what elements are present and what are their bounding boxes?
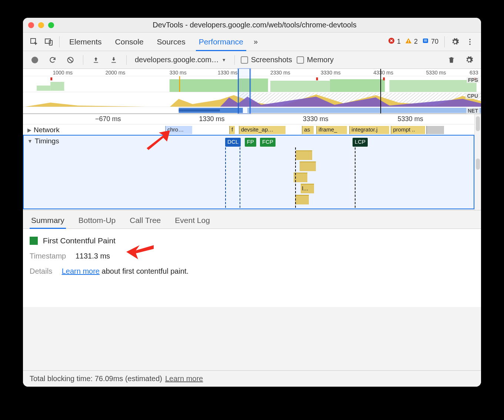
reload-record-button[interactable] [46,53,59,67]
window-title: DevTools - developers.google.com/web/too… [54,21,455,29]
overview-cpu-row: CPU [23,92,481,107]
summary-title: First Contentful Paint [43,236,116,245]
clear-button[interactable] [64,53,77,67]
overview-fps-row: FPS [23,76,481,92]
overview-ruler: 1000 ms 2000 ms 330 ms 1330 ms 2330 ms 3… [23,69,481,76]
footer-status: Total blocking time: 76.09ms (estimated)… [23,370,481,387]
cpu-label: CPU [465,93,480,99]
tabs-overflow-button[interactable]: » [251,37,261,46]
footer-learn-more-link[interactable]: Learn more [165,374,203,383]
svg-rect-22 [383,77,385,80]
screenshots-label: Screenshots [251,56,292,64]
timing-vline [240,147,240,208]
info-icon [422,37,429,46]
track-network-label: ▶ Network [27,126,60,134]
tab-performance[interactable]: Performance [193,33,249,51]
svg-rect-21 [316,77,318,80]
timing-marker-lcp[interactable]: LCP [353,138,368,147]
summary-details-row: Details Learn more about first contentfu… [30,267,474,276]
fps-label: FPS [467,77,480,83]
svg-rect-5 [408,42,409,43]
zoom-window-button[interactable] [48,22,54,28]
learn-more-link[interactable]: Learn more [62,267,100,275]
settings-gear-icon[interactable] [448,35,462,49]
device-toggle-icon[interactable] [42,35,56,49]
timestamp-value: 1131.3 ms [76,252,110,260]
svg-rect-19 [390,80,477,92]
tab-elements[interactable]: Elements [63,33,108,51]
timestamp-key: Timestamp [30,252,66,260]
load-profile-button[interactable] [89,53,103,67]
net-label: NET [466,108,480,114]
traffic-lights [28,22,54,28]
capture-settings-gear-icon[interactable] [463,53,476,67]
page-context-label: developers.google.com… [135,56,219,64]
warning-count: 2 [414,38,418,46]
memory-checkbox[interactable]: Memory [297,56,334,64]
overview-net-row: NET [23,107,481,113]
record-button[interactable] [28,53,41,67]
memory-label: Memory [307,56,334,64]
info-count: 70 [431,38,438,46]
long-task[interactable] [296,150,312,160]
network-segment[interactable] [426,126,444,134]
summary-panel: First Contentful Paint Timestamp 1131.3 … [23,229,481,307]
warning-icon [405,37,412,46]
annotation-arrow-1-icon [145,130,171,152]
svg-rect-7 [424,40,427,40]
tab-bottom-up[interactable]: Bottom-Up [77,216,117,229]
svg-rect-28 [247,108,481,113]
kebab-menu-icon[interactable] [463,35,477,49]
timeline-overview[interactable]: 1000 ms 2000 ms 330 ms 1330 ms 2330 ms 3… [23,69,481,114]
total-blocking-time: Total blocking time: 76.09ms (estimated) [30,374,162,383]
long-task[interactable] [295,195,309,204]
track-network[interactable]: ▶ Network chro…fdevsite_ap…asiframe_inte… [23,124,474,136]
network-segment[interactable]: as [302,126,314,134]
timing-marker-fcp[interactable]: FCP [260,138,276,147]
page-context-select[interactable]: developers.google.com… ▼ [133,56,228,64]
tab-event-log[interactable]: Event Log [173,216,211,229]
network-segment[interactable]: f [229,126,235,134]
details-key: Details [30,267,52,275]
minimize-window-button[interactable] [38,22,44,28]
dropdown-triangle-icon: ▼ [222,57,226,63]
long-task[interactable] [300,161,316,171]
devtools-main-tabs: Elements Console Sources Performance » 1… [23,33,481,51]
annotation-arrow-2-icon [125,242,154,263]
trash-button[interactable] [445,53,458,67]
close-window-button[interactable] [28,22,34,28]
inspect-element-icon[interactable] [27,35,41,49]
network-segment[interactable]: iframe_ [316,126,347,134]
flamechart-scrollbar[interactable] [474,114,481,210]
save-profile-button[interactable] [107,53,120,67]
flamechart-panel[interactable]: −670 ms 1330 ms 3330 ms 5330 ms ▶ Networ… [23,114,481,210]
svg-rect-4 [408,40,409,41]
long-task[interactable]: l… [301,184,314,193]
tab-console[interactable]: Console [109,33,150,51]
legend-swatch-icon [30,237,38,245]
timing-vline [295,147,296,208]
summary-title-row: First Contentful Paint [30,236,474,245]
tab-sources[interactable]: Sources [151,33,191,51]
window-titlebar: DevTools - developers.google.com/web/too… [23,18,481,33]
svg-point-11 [469,43,471,45]
summary-timestamp-row: Timestamp 1131.3 ms [30,252,474,260]
network-segment[interactable]: prompt .. [391,126,425,134]
timing-vline [225,147,226,208]
svg-rect-8 [424,41,427,41]
tab-call-tree[interactable]: Call Tree [128,216,162,229]
tab-summary[interactable]: Summary [30,216,66,229]
devtools-window: DevTools - developers.google.com/web/too… [23,18,481,387]
svg-rect-13 [37,86,50,91]
timing-marker-fp[interactable]: FP [245,138,256,147]
track-timings[interactable]: ▼ Timings DCLFPFCPLCP l… [23,136,474,210]
svg-rect-20 [50,77,52,80]
network-segment[interactable]: devsite_ap… [239,126,286,134]
svg-rect-18 [330,79,385,92]
network-segment[interactable]: integrator.j [349,126,389,134]
expand-icon[interactable]: ▶ [27,127,31,133]
timing-marker-dcl[interactable]: DCL [225,138,241,147]
screenshots-checkbox[interactable]: Screenshots [241,56,292,64]
console-status[interactable]: 1 2 70 [388,37,441,46]
overview-selection[interactable] [238,69,250,113]
